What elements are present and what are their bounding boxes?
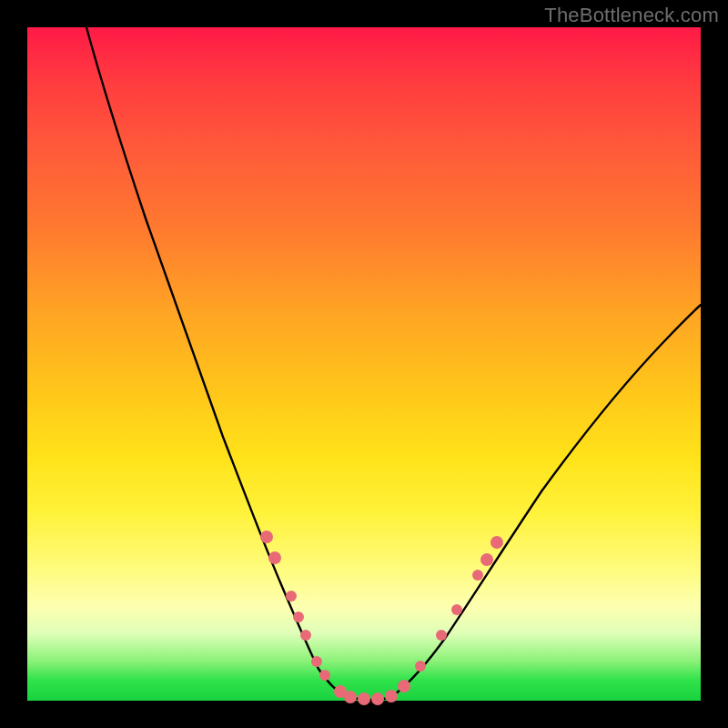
dot	[260, 531, 273, 543]
dot	[286, 591, 297, 602]
dot	[436, 630, 447, 641]
dot	[472, 570, 483, 581]
chart-frame: TheBottleneck.com	[0, 0, 728, 728]
dot	[344, 691, 357, 703]
dot	[268, 551, 281, 564]
dot	[480, 553, 493, 566]
curve-left-branch	[86, 27, 346, 696]
dot	[490, 536, 503, 549]
chart-svg	[27, 27, 701, 701]
dot	[451, 604, 462, 615]
dot	[300, 630, 311, 641]
watermark-text: TheBottleneck.com	[544, 4, 719, 27]
dot	[293, 612, 304, 622]
dot	[319, 670, 330, 681]
dot	[398, 680, 410, 693]
dot	[311, 656, 322, 667]
dot	[385, 690, 398, 703]
dot	[371, 693, 384, 705]
dot	[358, 693, 370, 705]
highlight-dots-group	[260, 531, 503, 705]
dot	[415, 661, 426, 672]
